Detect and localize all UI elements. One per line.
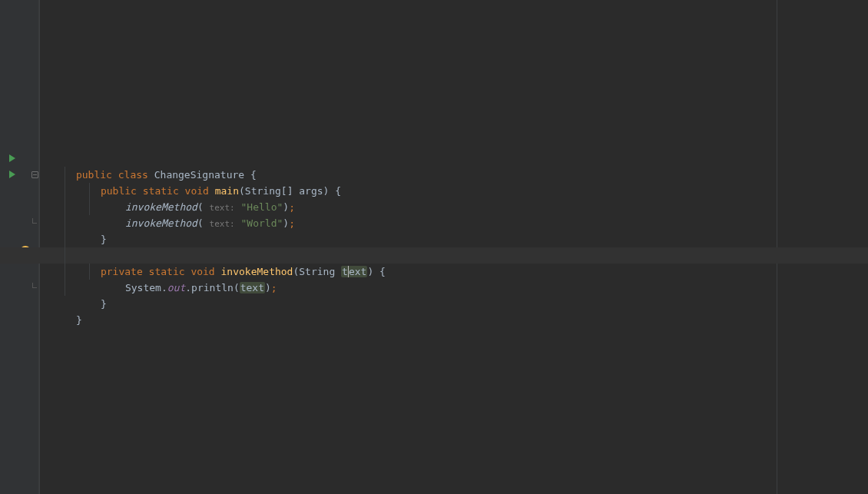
code-line[interactable]: invokeMethod( text: "World"); xyxy=(40,199,777,215)
fold-toggle-icon[interactable] xyxy=(31,171,38,178)
run-icon xyxy=(9,154,15,162)
code-line[interactable]: invokeMethod( text: "Hello"); xyxy=(40,183,777,199)
code-line[interactable]: public static void main(String[] args) { xyxy=(40,167,777,183)
gutter-run-marker[interactable] xyxy=(0,167,40,183)
code-line[interactable]: System.out.println(text); xyxy=(40,264,777,280)
brace: } xyxy=(76,314,82,326)
code-line[interactable]: private static void invokeMethod(String … xyxy=(40,247,777,264)
code-line[interactable]: } xyxy=(40,280,777,296)
code-line[interactable]: } xyxy=(40,215,777,231)
code-editor[interactable]: public class ChangeSignature { public st… xyxy=(0,0,868,494)
code-line[interactable] xyxy=(40,231,777,247)
gutter-run-marker[interactable] xyxy=(0,151,40,167)
code-area[interactable]: public class ChangeSignature { public st… xyxy=(40,0,777,494)
fold-end-icon xyxy=(32,218,37,224)
gutter-fold-end xyxy=(0,215,40,231)
code-line[interactable]: public class ChangeSignature { xyxy=(40,151,777,167)
gutter-fold-end xyxy=(0,280,40,296)
run-icon xyxy=(9,171,15,178)
fold-end-icon xyxy=(32,283,37,288)
code-line[interactable]: } xyxy=(40,296,777,312)
